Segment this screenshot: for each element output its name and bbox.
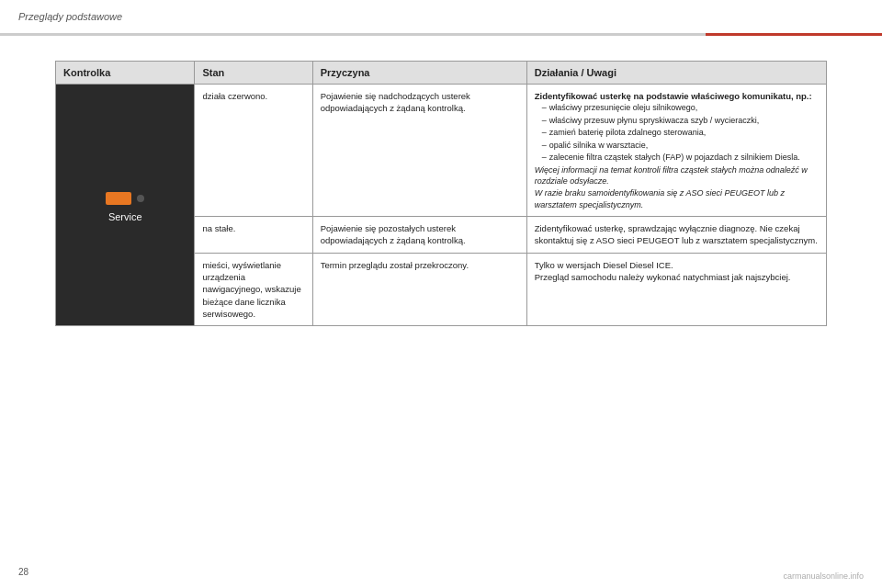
- watermark: carmanualsonline.info: [783, 571, 864, 581]
- list-item: zalecenie filtra cząstek stałych (FAP) w…: [542, 152, 819, 164]
- list-item: opalić silnika w warsztacie,: [542, 140, 819, 153]
- stan-text-1: działa czerwono.: [202, 91, 267, 101]
- col-header-kontrolka: Kontrolka: [56, 62, 195, 85]
- stan-text-2: na stałe.: [202, 223, 235, 233]
- col-header-przyczyna: Przyczyna: [312, 62, 526, 85]
- dzialania-list-1: właściwy przesunięcie oleju silnikowego,…: [535, 102, 819, 164]
- orange-indicator: [106, 192, 131, 205]
- list-item: właściwy przesuw płynu spryskiwacza szyb…: [542, 115, 819, 128]
- dzialania-cell-2: Zidentyfikować usterkę, sprawdzając wyłą…: [526, 217, 826, 254]
- stan-cell-1: działa czerwono.: [195, 85, 312, 217]
- list-item: zamień baterię pilota zdalnego sterowani…: [542, 127, 819, 140]
- col-header-stan: Stan: [195, 62, 312, 85]
- service-label: Service: [108, 210, 142, 224]
- dzialania-note-1a: Więcej informacji na temat kontroli filt…: [535, 164, 819, 187]
- dzialania-note-1b: W razie braku samoidentyfikowania się z …: [535, 187, 819, 210]
- indicator-row: [106, 192, 144, 205]
- przyczyna-text-1: Pojawienie się nadchodzących usterek odp…: [321, 91, 470, 113]
- przyczyna-text-3: Termin przeglądu został przekroczony.: [321, 260, 469, 270]
- stan-cell-2: na stałe.: [195, 217, 312, 254]
- table-header-row: Kontrolka Stan Przyczyna Działania / Uwa…: [56, 62, 827, 85]
- kontrolka-cell: Service: [56, 85, 195, 326]
- col-header-dzialania: Działania / Uwagi: [526, 62, 826, 85]
- table-row: Service działa czerwono. Pojawienie się …: [56, 85, 827, 217]
- przyczyna-text-2: Pojawienie się pozostałych usterek odpow…: [321, 223, 466, 245]
- dzialania-cell-1: Zidentyfikować usterkę na podstawie właś…: [526, 85, 826, 217]
- page-header: Przeglądy podstawowe: [0, 0, 882, 33]
- dzialania-text-3: Tylko w wersjach Diesel Diesel ICE.Przeg…: [535, 260, 791, 282]
- small-dot: [137, 195, 144, 202]
- stan-cell-3: mieści, wyświetlanie urządzenia nawigacy…: [195, 253, 312, 325]
- list-item: właściwy przesunięcie oleju silnikowego,: [542, 102, 819, 115]
- przyczyna-cell-2: Pojawienie się pozostałych usterek odpow…: [312, 217, 526, 254]
- przyczyna-cell-3: Termin przeglądu został przekroczony.: [312, 253, 526, 325]
- dzialania-cell-3: Tylko w wersjach Diesel Diesel ICE.Przeg…: [526, 253, 826, 325]
- stan-text-3: mieści, wyświetlanie urządzenia nawigacy…: [202, 260, 300, 319]
- page-title: Przeglądy podstawowe: [18, 11, 122, 22]
- przyczyna-cell-1: Pojawienie się nadchodzących usterek odp…: [312, 85, 526, 217]
- page-number: 28: [18, 567, 28, 577]
- indicator-container: Service: [63, 185, 187, 224]
- dzialania-title-1: Zidentyfikować usterkę na podstawie właś…: [535, 91, 812, 101]
- content-area: Kontrolka Stan Przyczyna Działania / Uwa…: [0, 42, 882, 345]
- main-table: Kontrolka Stan Przyczyna Działania / Uwa…: [55, 61, 827, 326]
- header-line: [0, 33, 882, 36]
- dzialania-text-2: Zidentyfikować usterkę, sprawdzając wyłą…: [535, 223, 818, 245]
